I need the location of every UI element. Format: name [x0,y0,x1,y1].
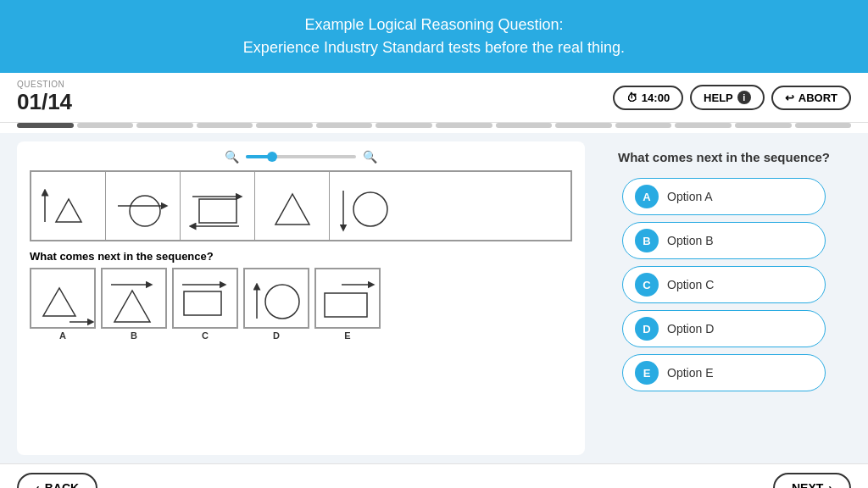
progress-segment [17,123,74,128]
svg-marker-10 [43,288,75,316]
zoom-in-icon[interactable]: 🔍 [363,150,377,164]
answer-row: A B [30,268,572,341]
progress-segment [555,123,612,128]
top-bar: QUESTION 01/14 ⏱ 14:00 HELP i ↩ ABORT [0,73,868,123]
zoom-out-icon[interactable]: 🔍 [225,150,239,164]
sequence-question: What comes next in the sequence? [618,150,830,164]
svg-point-3 [130,196,160,226]
question-number: 01/14 [17,89,72,115]
header-line1: Example Logical Reasoning Question: [17,14,851,36]
back-icon: ‹ [36,481,40,488]
ans-cell-A: A [30,268,96,341]
left-panel: 🔍 🔍 [17,141,585,455]
ans-label-E: E [344,330,350,341]
next-label: NEXT [792,481,823,488]
progress-segment [256,123,313,128]
option-C-circle: C [635,273,659,297]
progress-segment [77,123,134,128]
ans-box-D[interactable] [243,268,309,329]
seq-cell-5 [330,172,404,240]
svg-rect-15 [184,291,221,315]
progress-segment [316,123,373,128]
ans-label-D: D [273,330,280,341]
ans-label-B: B [131,330,137,341]
svg-marker-1 [56,199,81,222]
question-info: QUESTION 01/14 [17,80,72,115]
back-label: BACK [45,481,79,488]
ans-box-B[interactable] [101,268,167,329]
ans-box-C[interactable] [172,268,238,329]
svg-rect-5 [199,199,236,223]
seq-cell-2 [106,172,181,240]
ans-label-A: A [59,330,66,341]
main-content: 🔍 🔍 [0,133,868,463]
exit-icon: ↩ [785,92,794,104]
timer-button[interactable]: ⏱ 14:00 [613,86,683,110]
option-B-button[interactable]: B Option B [622,222,826,259]
option-C-button[interactable]: C Option C [622,266,826,303]
ans-label-C: C [202,330,209,341]
option-B-label: Option B [667,234,713,247]
clock-icon: ⏱ [626,92,637,104]
zoom-slider[interactable] [246,155,356,158]
option-A-label: Option A [667,190,713,203]
seq-cell-1 [31,172,106,240]
svg-marker-7 [275,194,309,225]
header-line2: Experience Industry Standard tests befor… [17,36,851,59]
option-D-circle: D [635,317,659,341]
bottom-bar: ‹ BACK NEXT › [0,463,868,488]
help-label: HELP [704,92,733,104]
ans-cell-B: B [101,268,167,341]
option-D-label: Option D [667,322,714,336]
option-D-button[interactable]: D Option D [622,310,826,347]
progress-segment [376,123,432,128]
progress-track [17,123,851,128]
ans-cell-C: C [172,268,238,341]
progress-segment [496,123,553,128]
next-button[interactable]: NEXT › [773,473,851,488]
help-button[interactable]: HELP i [690,85,765,110]
top-bar-controls: ⏱ 14:00 HELP i ↩ ABORT [613,85,851,110]
ans-cell-E: E [314,268,381,341]
answer-label: What comes next in the sequence? [30,250,572,263]
timer-label: 14:00 [642,92,670,104]
progress-segment [615,123,672,128]
svg-point-17 [265,285,299,319]
option-E-button[interactable]: E Option E [622,354,826,391]
seq-cell-3 [181,172,255,240]
ans-box-A[interactable] [30,268,96,329]
seq-cell-4 [255,172,330,240]
option-E-label: Option E [667,366,713,380]
sequence-box [30,170,572,241]
svg-marker-13 [114,291,150,322]
progress-segment [675,123,732,128]
progress-segment [735,123,792,128]
right-panel: What comes next in the sequence? A Optio… [597,141,851,455]
option-A-circle: A [635,185,659,208]
zoom-controls: 🔍 🔍 [30,150,572,164]
option-E-circle: E [635,361,659,385]
progress-bar-container [0,123,868,133]
info-icon: i [737,91,751,104]
back-button[interactable]: ‹ BACK [17,473,97,488]
question-label: QUESTION [17,80,72,89]
abort-button[interactable]: ↩ ABORT [771,86,851,110]
progress-segment [136,123,193,128]
next-icon: › [828,481,832,488]
option-C-label: Option C [667,278,714,291]
header-banner: Example Logical Reasoning Question: Expe… [0,0,868,73]
option-B-circle: B [635,229,659,252]
svg-point-9 [353,192,387,226]
progress-segment [795,123,852,128]
abort-label: ABORT [798,92,837,104]
option-A-button[interactable]: A Option A [622,178,826,215]
ans-cell-D: D [243,268,309,341]
progress-segment [197,123,253,128]
svg-rect-19 [325,293,367,317]
progress-segment [436,123,492,128]
ans-box-E[interactable] [314,268,381,329]
